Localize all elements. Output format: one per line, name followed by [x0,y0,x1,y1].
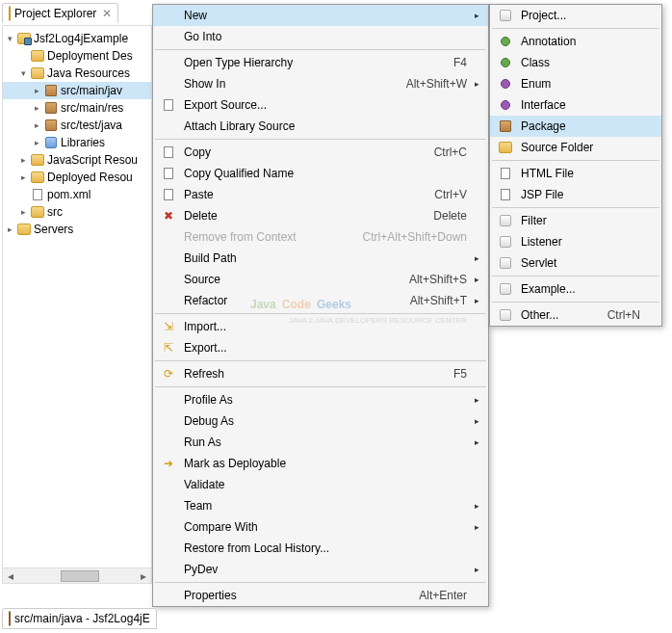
menu-item-accel: Alt+Shift+T [410,294,471,307]
context-menu-item-refactor[interactable]: RefactorAlt+Shift+T▸ [153,290,488,311]
twisty-icon[interactable]: ▸ [32,120,41,130]
tree-item-deployment-des[interactable]: Deployment Des [3,47,151,65]
tree-item-src-main-res[interactable]: ▸src/main/res [3,99,151,117]
editor-tab[interactable]: src/main/java - Jsf2Log4jE [2,608,157,629]
context-menu-item-export-source[interactable]: Export Source... [153,94,488,116]
menu-separator [492,160,659,161]
tree-item-pom-xml[interactable]: pom.xml [3,186,151,203]
menu-item-label: JSP File [515,188,640,201]
new-submenu-item-html-file[interactable]: HTML File [490,163,661,184]
context-menu-item-run-as[interactable]: Run As▸ [153,432,488,453]
new-submenu-item-jsp-file[interactable]: JSP File [490,184,661,205]
new-submenu-item-project[interactable]: Project... [490,5,661,26]
tree-item-java-resources[interactable]: ▾Java Resources [3,65,151,82]
tree-item-deployed-resou[interactable]: ▸Deployed Resou [3,169,151,186]
folder-icon [9,7,11,20]
context-menu-item-remove-from-context: Remove from ContextCtrl+Alt+Shift+Down [153,226,488,248]
new-submenu-item-other[interactable]: Other...Ctrl+N [490,304,661,326]
blank-icon [159,291,178,310]
twisty-icon[interactable]: ▾ [18,68,28,78]
twisty-icon[interactable]: ▸ [5,224,14,234]
context-menu-item-import[interactable]: ⇲Import... [153,316,488,337]
menu-item-label: Filter [515,214,640,227]
context-menu-item-restore-from-local-history[interactable]: Restore from Local History... [153,538,488,559]
context-menu-item-team[interactable]: Team▸ [153,495,488,516]
submenu-arrow-icon: ▸ [471,275,482,284]
folder-icon [30,152,45,168]
editor-tab-label: src/main/java - Jsf2Log4jE [14,612,150,625]
new-submenu-item-interface[interactable]: Interface [490,94,661,116]
refresh-icon: ⟳ [159,364,178,383]
tree-item-src[interactable]: ▸src [3,203,151,221]
scroll-right-icon[interactable]: ▸ [136,568,151,584]
scrollbar-thumb[interactable] [61,570,99,582]
blank-icon [159,496,178,515]
project-explorer-tree[interactable]: ▾Jsf2Log4jExampleDeployment Des▾Java Res… [2,25,152,584]
context-menu-item-source[interactable]: SourceAlt+Shift+S▸ [153,269,488,290]
submenu-arrow-icon: ▸ [471,79,482,89]
twisty-icon[interactable]: ▸ [18,155,28,165]
context-menu-item-open-type-hierarchy[interactable]: Open Type HierarchyF4 [153,52,488,73]
twisty-icon[interactable]: ▸ [32,86,41,95]
new-submenu-item-package[interactable]: Package [490,116,661,137]
context-menu-item-copy[interactable]: CopyCtrl+C [153,142,488,163]
context-menu-item-attach-library-source[interactable]: Attach Library Source [153,116,488,137]
tree-item-src-test-java[interactable]: ▸src/test/java [3,117,151,134]
purple-circle-icon [496,74,515,93]
context-menu-item-build-path[interactable]: Build Path▸ [153,248,488,269]
context-menu-item-refresh[interactable]: ⟳RefreshF5 [153,363,488,384]
context-menu-item-properties[interactable]: PropertiesAlt+Enter [153,585,488,606]
horizontal-scrollbar[interactable]: ◂ ▸ [3,567,151,583]
new-submenu-item-source-folder[interactable]: Source Folder [490,137,661,158]
tree-item-javascript-resou[interactable]: ▸JavaScript Resou [3,151,151,169]
context-menu-item-export[interactable]: ⇱Export... [153,337,488,358]
twisty-icon[interactable]: ▸ [32,103,41,113]
tree-item-src-main-jav[interactable]: ▸src/main/jav [3,82,151,99]
menu-item-label: Remove from Context [178,230,363,244]
menu-item-label: Package [515,119,640,133]
blank-icon [159,227,178,247]
new-submenu-item-enum[interactable]: Enum [490,73,661,94]
scroll-left-icon[interactable]: ◂ [3,568,18,584]
close-icon[interactable]: ✕ [102,7,112,20]
menu-item-label: PyDev [178,563,467,576]
new-submenu-item-example[interactable]: Example... [490,278,661,300]
context-menu-item-pydev[interactable]: PyDev▸ [153,559,488,580]
context-menu-item-validate[interactable]: Validate [153,474,488,495]
new-submenu-item-class[interactable]: Class [490,52,661,73]
file-icon [159,164,178,183]
new-submenu-item-filter[interactable]: Filter [490,210,661,231]
context-menu-item-mark-as-deployable[interactable]: ➜Mark as Deployable [153,453,488,474]
tree-item-servers[interactable]: ▸Servers [3,221,151,238]
menu-item-label: Run As [178,435,467,449]
import-icon: ⇲ [159,317,178,336]
context-menu-item-delete[interactable]: ✖DeleteDelete [153,205,488,226]
new-submenu-item-annotation[interactable]: Annotation [490,31,661,52]
tree-item-label: src/main/jav [61,84,122,97]
tree-item-jsf2log4jexample[interactable]: ▾Jsf2Log4jExample [3,30,151,47]
menu-item-accel: F4 [453,56,471,69]
menu-separator [492,28,659,29]
file-icon [159,95,178,115]
context-menu-item-debug-as[interactable]: Debug As▸ [153,410,488,432]
context-menu-item-paste[interactable]: PasteCtrl+V [153,184,488,205]
twisty-icon[interactable]: ▸ [18,207,28,217]
menu-item-label: Open Type Hierarchy [178,56,453,69]
menu-separator [155,313,486,314]
twisty-icon[interactable]: ▸ [32,138,41,147]
context-menu-item-copy-qualified-name[interactable]: Copy Qualified Name [153,163,488,184]
twisty-icon[interactable]: ▾ [5,34,14,43]
context-menu-item-show-in[interactable]: Show InAlt+Shift+W▸ [153,73,488,94]
new-submenu-item-servlet[interactable]: Servlet [490,252,661,274]
context-menu-item-compare-with[interactable]: Compare With▸ [153,516,488,538]
context-menu-item-new[interactable]: New▸ [153,5,488,26]
menu-item-accel: Alt+Shift+S [409,273,471,286]
context-menu-item-go-into[interactable]: Go Into [153,26,488,47]
twisty-icon[interactable]: ▸ [18,172,28,182]
menu-separator [155,139,486,140]
view-tab-project-explorer[interactable]: Project Explorer ✕ [2,3,118,23]
context-menu-item-profile-as[interactable]: Profile As▸ [153,389,488,410]
new-submenu-item-listener[interactable]: Listener [490,231,661,252]
menu-item-label: Export... [178,341,467,355]
tree-item-libraries[interactable]: ▸Libraries [3,134,151,151]
